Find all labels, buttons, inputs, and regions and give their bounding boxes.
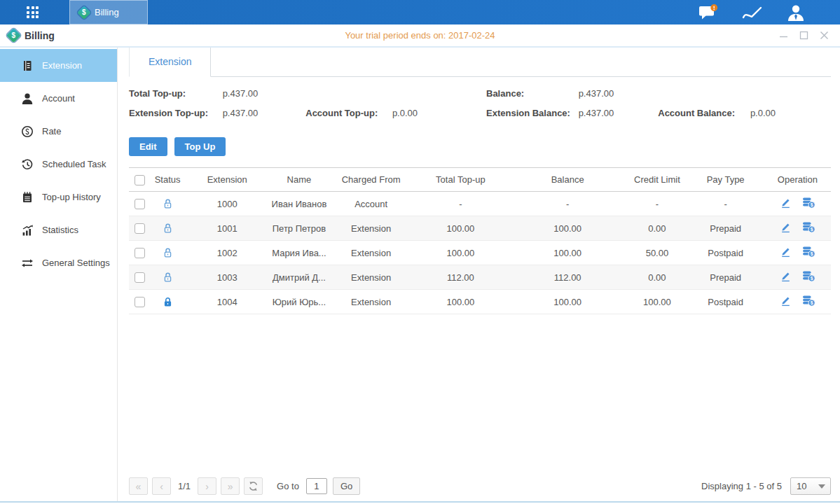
row-checkbox[interactable] <box>135 199 145 209</box>
status-locked-icon <box>162 295 174 306</box>
sidebar-item-label: Statistics <box>42 225 78 235</box>
status-unlocked-icon <box>162 246 174 257</box>
table-row: 1000Иван ИвановAccount----$ <box>129 192 831 216</box>
notifications-icon[interactable] <box>698 4 718 21</box>
maximize-button[interactable] <box>799 31 808 40</box>
edit-row-icon[interactable] <box>780 221 792 235</box>
sidebar: Extension Account Rate Scheduled Task <box>0 48 118 501</box>
cell-total-topup: 100.00 <box>413 241 508 265</box>
row-checkbox[interactable] <box>135 223 145 234</box>
cell-balance: 112.00 <box>508 265 627 290</box>
chevron-down-icon <box>818 484 825 489</box>
user-account-icon[interactable] <box>787 4 805 21</box>
topup-row-icon[interactable]: $ <box>801 295 815 309</box>
balance-summary: Total Top-up: p.437.00 Extension Top-up:… <box>129 77 831 136</box>
cell-balance: 100.00 <box>508 290 627 314</box>
edit-row-icon[interactable] <box>780 197 792 211</box>
cell-total-topup: 112.00 <box>413 265 508 290</box>
cell-charged-from: Account <box>329 192 413 216</box>
minimize-button[interactable] <box>779 31 788 40</box>
header-charged-from: Charged From <box>329 168 413 192</box>
row-checkbox[interactable] <box>135 272 145 283</box>
extension-table: Status Extension Name Charged From Total… <box>129 167 831 314</box>
top-up-button[interactable]: Top Up <box>174 137 226 156</box>
taskbar-item-label: Billing <box>95 7 119 18</box>
dollar-circle-icon <box>21 125 34 138</box>
edit-row-icon[interactable] <box>780 246 792 260</box>
topup-row-icon[interactable]: $ <box>801 270 815 284</box>
sidebar-item-account[interactable]: Account <box>0 82 117 115</box>
cell-credit-limit: 0.00 <box>627 216 687 241</box>
billing-window-icon <box>6 28 21 43</box>
total-topup-label: Total Top-up: <box>129 88 220 99</box>
header-operation: Operation <box>764 168 831 192</box>
edit-row-icon[interactable] <box>780 295 792 309</box>
notebook-icon <box>21 191 34 204</box>
sidebar-item-extension[interactable]: Extension <box>0 49 117 82</box>
cell-total-topup: 100.00 <box>413 290 508 314</box>
balance-label: Balance: <box>486 88 576 99</box>
topup-row-icon[interactable]: $ <box>801 197 815 211</box>
goto-page-input[interactable] <box>306 478 327 494</box>
row-checkbox[interactable] <box>135 248 145 258</box>
person-icon <box>21 92 34 105</box>
svg-text:$: $ <box>811 227 813 232</box>
sidebar-item-topup-history[interactable]: Top-up History <box>0 181 117 214</box>
edit-row-icon[interactable] <box>780 270 792 284</box>
svg-text:$: $ <box>811 276 813 281</box>
row-checkbox[interactable] <box>135 297 145 307</box>
app-grid-icon[interactable] <box>27 6 39 18</box>
statistics-chart-icon[interactable] <box>742 5 763 20</box>
page-size-value: 10 <box>797 481 806 491</box>
ledger-icon <box>21 59 34 72</box>
sidebar-item-label: Top-up History <box>42 192 101 202</box>
cell-name: Иван Иванов <box>269 192 329 216</box>
refresh-button[interactable] <box>244 477 263 495</box>
select-all-checkbox[interactable] <box>135 175 145 186</box>
cell-credit-limit: 0.00 <box>627 265 687 290</box>
extension-table-body: 1000Иван ИвановAccount----$1001Петр Петр… <box>129 192 831 314</box>
cell-balance: - <box>508 192 627 216</box>
prev-page-button[interactable]: ‹ <box>152 477 171 495</box>
cell-balance: 100.00 <box>508 241 627 265</box>
sidebar-item-general-settings[interactable]: General Settings <box>0 246 117 279</box>
page-size-select[interactable]: 10 <box>790 477 831 495</box>
table-row: 1004Юрий Юрь...Extension100.00100.00100.… <box>129 290 831 314</box>
total-topup-value: p.437.00 <box>223 88 259 99</box>
cell-extension: 1001 <box>185 216 269 241</box>
first-page-button[interactable]: « <box>129 477 148 495</box>
sidebar-item-scheduled-task[interactable]: Scheduled Task <box>0 148 117 181</box>
topup-row-icon[interactable]: $ <box>801 246 815 260</box>
cell-pay-type: Postpaid <box>687 290 764 314</box>
last-page-button[interactable]: » <box>221 477 240 495</box>
cell-credit-limit: 50.00 <box>627 241 687 265</box>
cell-credit-limit: - <box>627 192 687 216</box>
sidebar-item-rate[interactable]: Rate <box>0 115 117 148</box>
clock-history-icon <box>21 158 34 171</box>
close-button[interactable] <box>820 31 829 40</box>
edit-button[interactable]: Edit <box>129 137 167 156</box>
cell-extension: 1004 <box>185 290 269 314</box>
displaying-text: Displaying 1 - 5 of 5 <box>701 481 782 491</box>
cell-total-topup: - <box>413 192 508 216</box>
tab-extension[interactable]: Extension <box>129 48 211 77</box>
sidebar-item-label: Account <box>42 93 75 104</box>
sidebar-item-label: General Settings <box>42 258 110 268</box>
cell-name: Мария Ива... <box>269 241 329 265</box>
cell-charged-from: Extension <box>329 290 413 314</box>
header-status: Status <box>150 168 185 192</box>
topup-row-icon[interactable]: $ <box>801 221 815 235</box>
extension-balance-value: p.437.00 <box>579 108 656 118</box>
status-unlocked-icon <box>162 271 174 281</box>
sidebar-item-statistics[interactable]: Statistics <box>0 214 117 246</box>
next-page-button[interactable]: › <box>198 477 216 495</box>
taskbar-item-billing[interactable]: Billing <box>69 0 148 24</box>
cell-name: Юрий Юрь... <box>269 290 329 314</box>
table-row: 1002Мария Ива...Extension100.00100.0050.… <box>129 241 831 265</box>
window-title-bar: Billing Your trial period ends on: 2017-… <box>0 24 840 48</box>
sidebar-item-label: Rate <box>42 126 61 136</box>
page-indicator: 1/1 <box>178 481 191 491</box>
cell-balance: 100.00 <box>508 216 627 241</box>
extension-topup-label: Extension Top-up: <box>129 108 220 118</box>
go-button[interactable]: Go <box>333 477 360 495</box>
